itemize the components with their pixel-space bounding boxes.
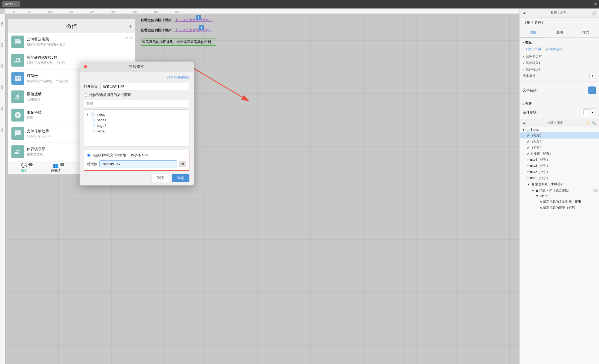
tab-badge-2: 2 — [28, 163, 32, 166]
cancel-button[interactable]: 取消 — [151, 174, 169, 182]
select-shape-label: 选择形状 — [523, 110, 537, 115]
wechat-tab-messages[interactable]: 💬 微信 2 — [8, 161, 40, 174]
create-link-button[interactable]: 🔗 创建连接 — [545, 47, 563, 51]
back-icon: ◀ — [523, 11, 525, 15]
text-link-icon-button[interactable]: 🔗 — [588, 86, 596, 94]
outline-item-right-btn[interactable]: A 右按钮（矩形） — [520, 151, 599, 157]
open-editor-link[interactable]: 打开用例编辑器 — [84, 75, 189, 80]
ol-text-icon: A — [527, 140, 529, 144]
event-label: 鼠标移入时 — [526, 61, 542, 65]
url-radio[interactable]: 链接到url或文件<例如：D:\小楼.avi> — [87, 153, 186, 158]
tree-page1-label: page1 — [97, 118, 106, 122]
tree-page-icon: 📄 — [92, 124, 95, 127]
ruler-horizontal: 0 100 200 300 400 500 600 700 800 — [5, 8, 519, 14]
ol-text-icon: A — [527, 146, 529, 150]
tree-child-page2[interactable]: 📄 page2 — [86, 123, 187, 128]
tab-properties[interactable]: 属性 — [520, 28, 546, 37]
tab-notes-label: 说明 — [556, 30, 563, 34]
tree-root-label: index — [97, 112, 105, 116]
outline-item-summary[interactable]: A 最新消息的摘要（矩形） — [520, 205, 599, 211]
avatar — [11, 36, 24, 48]
outline-item-nav1[interactable]: □ nav1（矩形） — [520, 175, 599, 181]
wechat-add-icon[interactable]: + — [129, 23, 132, 29]
ruler-mark-v-200: 200 — [1, 43, 3, 47]
outline-item-nav3[interactable]: □ nav3（矩形） — [520, 163, 599, 169]
ol-rect-icon: □ — [527, 176, 529, 180]
tab-label: index — [5, 2, 13, 6]
text-link-2[interactable]: 点击这里查看视频资料。 — [175, 28, 213, 32]
event-label: 鼠标移出时 — [526, 67, 542, 72]
fx-button[interactable]: fx — [179, 161, 186, 167]
outline-item-state1[interactable]: ▼ State1 — [520, 193, 599, 199]
shape-label: 形状 — [525, 102, 532, 106]
outline-item-rect3[interactable]: A （矩形） — [520, 145, 599, 151]
shape-select-dropdown[interactable]: ▾ — [581, 108, 596, 116]
collapse-icon[interactable]: ▾ — [594, 1, 597, 7]
list-item[interactable]: 云海肴云南菜 初体验|菠萝君的城市一日游 22:09 — [8, 33, 135, 51]
tab-style[interactable]: 样式 — [572, 28, 599, 37]
selected-text-box[interactable]: 查看微信的排序规则，点击这里查看其他资料。 — [141, 38, 216, 46]
tree-page-icon: 📄 — [92, 129, 95, 133]
tree-child-page3[interactable]: 📄 page3 — [86, 128, 187, 134]
shape-preview — [583, 109, 591, 115]
text-link-1[interactable]: 点击这里查看图片资料。 — [175, 18, 213, 22]
canvas-viewport: 微信 + 云海肴云南菜 初体验|菠萝君的城市一日游 22:09 — [5, 14, 519, 364]
outline-item-rect1[interactable]: A （矩形） — [520, 132, 599, 138]
chevron-icon: ▸ — [523, 102, 524, 105]
avatar — [11, 72, 24, 85]
outline-item-nav2[interactable]: □ nav2（矩形） — [520, 169, 599, 175]
ol-rect-icon: □ — [527, 170, 529, 174]
outline-item-message-card[interactable]: ▼ ◼ 消息卡片（动态面板） ⬜ — [520, 187, 599, 193]
ol-label: index — [531, 128, 539, 132]
index-tab[interactable]: index ✕ — [2, 1, 20, 7]
item-time: 22:09 — [124, 36, 132, 40]
url-input[interactable] — [99, 160, 177, 167]
ol-text-icon: A — [527, 152, 529, 156]
ol-label: nav4（矩形） — [530, 158, 550, 162]
ol-label: （矩形） — [530, 139, 543, 144]
tab-style-label: 样式 — [582, 30, 589, 34]
back-icon: ◀ — [523, 121, 525, 125]
shape-name: （矩形名称） — [523, 20, 545, 24]
wechat-tab-contacts[interactable]: 👥 通讯录 3 — [40, 161, 72, 174]
outline-item-message-list[interactable]: ▼ ⊞ 消息列表（中继器） — [520, 181, 599, 187]
add-use-case-button[interactable]: + + 添加用例 — [523, 47, 541, 51]
ol-label: nav3（矩形） — [530, 164, 550, 168]
filter-icon[interactable]: ⚡ — [586, 121, 590, 125]
search-icon[interactable]: 🔍 — [592, 121, 596, 125]
tab-notes[interactable]: 说明 — [546, 28, 573, 37]
tab-close-icon[interactable]: ✕ — [15, 3, 17, 6]
ruler-mark-700: 700 — [154, 11, 158, 14]
tab-badge-3: 3 — [60, 163, 64, 166]
outline-item-rect2[interactable]: A （矩形） — [520, 138, 599, 145]
outline-item-index[interactable]: ▼ 📄 index — [520, 127, 599, 132]
outline-header: ◀ 概要：页面 ⚡ 🔍 — [520, 119, 599, 127]
ol-rect-icon: □ — [527, 164, 529, 168]
more-events-dropdown[interactable]: ▾ — [589, 73, 596, 79]
page-radio-input[interactable] — [84, 93, 87, 97]
tree-child-page1[interactable]: 📄 page1 — [86, 117, 187, 123]
ol-label: 消息卡片（动态面板） — [539, 188, 571, 193]
url-radio-input[interactable] — [87, 154, 90, 157]
item-content: 云海肴云南菜 初体验|菠萝君的城市一日游 — [27, 37, 122, 47]
right-panel: ◀ 检视：矩形 ⬜ （矩形名称） 属性 说明 样式 ▸ 交互 — [519, 8, 599, 364]
link-to-page-radio[interactable]: 链接到当前项目的某个页面 — [84, 93, 189, 97]
url-section: 链接到url或文件<例如：D:\小楼.avi> 超链接 fx — [84, 150, 189, 171]
link-icon: 🔗 — [545, 47, 549, 51]
search-input[interactable] — [84, 100, 189, 107]
ol-text-icon: A — [527, 134, 529, 137]
expand-icon: ⬜ — [592, 11, 596, 15]
event-mouse-click: ▸ 鼠标单击时 — [523, 53, 596, 60]
link-properties-dialog: 链接属性 打开用例编辑器 打开位置 新窗口/新标签 链接到当前项目的某个页面 — [80, 62, 194, 185]
outline-item-nav4[interactable]: □ nav4（矩形） — [520, 157, 599, 163]
outline-item-time[interactable]: A 最新消息的本地时间（矩形） — [520, 199, 599, 205]
ruler-mark-200: 200 — [48, 11, 52, 14]
tree-root[interactable]: ▼ 📄 index — [86, 112, 187, 117]
text-row-1: 6 查看微信的排序规则，点击这里查看图片资料。 ○ — [141, 18, 514, 23]
interaction-label: 交互 — [525, 40, 532, 45]
open-location-select[interactable]: 新窗口/新标签 — [100, 83, 189, 90]
confirm-button[interactable]: 确定 — [172, 174, 189, 182]
ruler-mark-400: 400 — [90, 11, 94, 14]
ruler-mark-v-300: 300 — [1, 64, 3, 68]
link-to-page-label: 链接到当前项目的某个页面 — [89, 93, 131, 97]
